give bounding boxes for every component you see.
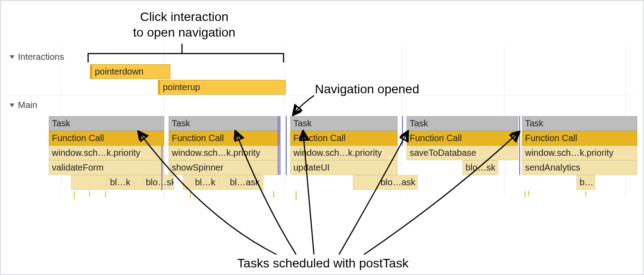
schedule-row[interactable]: window.sch…k.priority (290, 146, 398, 160)
function-call-row[interactable]: Function Call (49, 131, 164, 146)
bar-label: updateUI (293, 162, 330, 173)
track-label: Main (18, 100, 37, 110)
bar-label: Task (525, 118, 543, 129)
block-row[interactable]: blo…ask (377, 175, 418, 190)
bar-label: b… (580, 177, 593, 188)
schedule-row[interactable]: window.sch…k.priority (169, 146, 280, 160)
block-row[interactable]: bl…k (107, 175, 135, 190)
bar-label: Function Call (293, 133, 346, 143)
work-row[interactable]: updateUI (290, 160, 398, 175)
bar-label: window.sch…k.priority (52, 148, 140, 158)
bar-label: Task (410, 118, 428, 129)
task-row[interactable]: Task (290, 116, 398, 131)
annotation-text: Click interaction to open navigation (133, 10, 236, 39)
bar-label: Function Call (525, 133, 577, 143)
block-row[interactable]: blo…sk (143, 175, 174, 190)
bar-label: bl…k (110, 177, 131, 188)
interaction-label: pointerdown (95, 67, 144, 77)
bar-label: sendAnalytics (525, 162, 580, 173)
bar-label: Function Call (52, 133, 104, 143)
bar-label: bl…k (195, 177, 216, 188)
schedule-row[interactable]: saveToDatabase (407, 146, 518, 160)
annotation-text: Tasks scheduled with postTask (237, 256, 409, 270)
function-call-row[interactable]: Function Call (169, 131, 280, 146)
bar-label: Task (172, 118, 190, 129)
disclosure-triangle-icon (9, 102, 15, 108)
work-row[interactable]: showSpinner (169, 160, 280, 175)
task-row[interactable]: Task (522, 116, 637, 131)
bar-label: Task (52, 118, 70, 129)
function-call-row[interactable]: Function Call (407, 131, 518, 146)
bar-label: Function Call (410, 133, 462, 143)
task-row[interactable]: Task (49, 116, 164, 131)
work-row[interactable]: sendAnalytics (522, 160, 637, 175)
work-row[interactable]: validateForm (49, 160, 164, 175)
interaction-label: pointerup (163, 82, 200, 92)
bar-label: showSpinner (172, 162, 224, 173)
bar-label: validateForm (52, 162, 104, 173)
devtools-flamechart-diagram: Interactions pointerdown pointerup Main … (0, 0, 644, 275)
track-header-main[interactable]: Main (9, 100, 37, 110)
bar-label: window.sch…k.priority (172, 148, 260, 158)
block-row[interactable]: bl…k (192, 175, 220, 190)
bar-label: window.sch…k.priority (293, 148, 382, 158)
annotation-right: Navigation opened (315, 81, 419, 97)
bar-label: Task (293, 118, 312, 129)
annotation-text: Navigation opened (315, 82, 419, 96)
bar-label: saveToDatabase (410, 148, 476, 158)
bar-label: blo…sk (146, 177, 174, 188)
function-call-row[interactable]: Function Call (522, 131, 637, 146)
bar-label: window.sch…k.priority (525, 148, 614, 158)
interaction-pointerup[interactable]: pointerup (160, 80, 286, 95)
disclosure-triangle-icon (9, 54, 15, 60)
interaction-pointerdown[interactable]: pointerdown (92, 64, 170, 79)
bar-label: Function Call (172, 133, 224, 143)
annotation-bottom: Tasks scheduled with postTask (184, 255, 462, 271)
schedule-row[interactable]: window.sch…k.priority (49, 146, 164, 160)
block-row[interactable]: bl…ask (227, 175, 263, 190)
annotation-top: Click interaction to open navigation (88, 9, 280, 40)
block-row[interactable]: b… (576, 175, 595, 190)
work-row[interactable]: blo…sk (462, 160, 498, 175)
task-row[interactable]: Task (169, 116, 280, 131)
function-call-row[interactable]: Function Call (290, 131, 398, 146)
task-row[interactable]: Task (407, 116, 518, 131)
bar-label: blo…sk (466, 162, 496, 173)
bar-label: bl…ask (230, 177, 260, 188)
bar-label: blo…ask (381, 177, 415, 188)
main-flamegraph: Task Function Call window.sch…k.priority… (49, 116, 635, 196)
schedule-row[interactable]: window.sch…k.priority (522, 146, 637, 160)
